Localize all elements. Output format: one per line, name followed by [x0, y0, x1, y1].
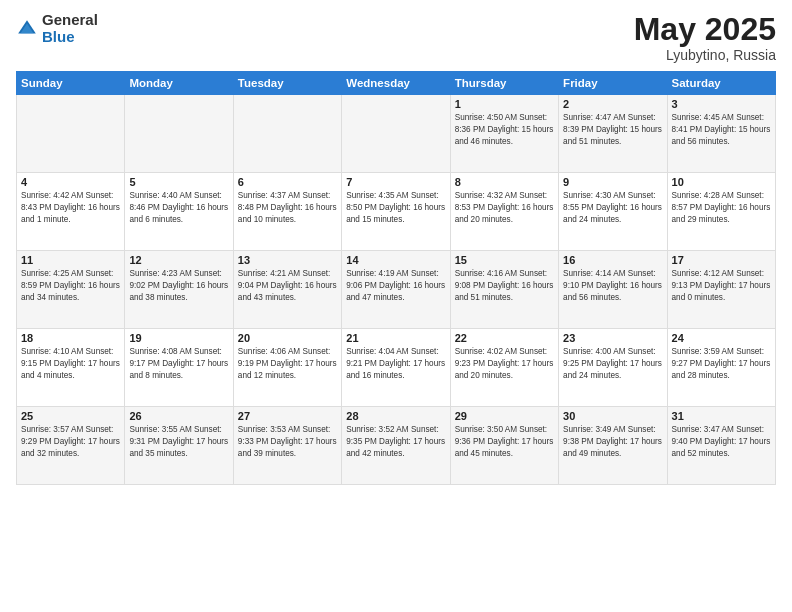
calendar-cell: 18Sunrise: 4:10 AM Sunset: 9:15 PM Dayli…	[17, 329, 125, 407]
calendar-week-row: 4Sunrise: 4:42 AM Sunset: 8:43 PM Daylig…	[17, 173, 776, 251]
day-content: Sunrise: 4:23 AM Sunset: 9:02 PM Dayligh…	[129, 268, 228, 304]
day-content: Sunrise: 4:37 AM Sunset: 8:48 PM Dayligh…	[238, 190, 337, 226]
calendar-cell: 12Sunrise: 4:23 AM Sunset: 9:02 PM Dayli…	[125, 251, 233, 329]
day-number: 16	[563, 254, 662, 266]
day-content: Sunrise: 4:40 AM Sunset: 8:46 PM Dayligh…	[129, 190, 228, 226]
day-number: 14	[346, 254, 445, 266]
day-number: 15	[455, 254, 554, 266]
logo-text: General Blue	[42, 12, 98, 45]
calendar-cell	[233, 95, 341, 173]
calendar-cell: 2Sunrise: 4:47 AM Sunset: 8:39 PM Daylig…	[559, 95, 667, 173]
calendar-cell: 3Sunrise: 4:45 AM Sunset: 8:41 PM Daylig…	[667, 95, 775, 173]
calendar-title: May 2025	[634, 12, 776, 47]
calendar-cell: 4Sunrise: 4:42 AM Sunset: 8:43 PM Daylig…	[17, 173, 125, 251]
calendar-cell: 13Sunrise: 4:21 AM Sunset: 9:04 PM Dayli…	[233, 251, 341, 329]
logo-general-text: General	[42, 12, 98, 29]
day-content: Sunrise: 4:08 AM Sunset: 9:17 PM Dayligh…	[129, 346, 228, 382]
col-saturday: Saturday	[667, 72, 775, 95]
calendar-week-row: 18Sunrise: 4:10 AM Sunset: 9:15 PM Dayli…	[17, 329, 776, 407]
calendar-cell: 31Sunrise: 3:47 AM Sunset: 9:40 PM Dayli…	[667, 407, 775, 485]
day-number: 27	[238, 410, 337, 422]
day-number: 19	[129, 332, 228, 344]
day-number: 2	[563, 98, 662, 110]
calendar-cell	[342, 95, 450, 173]
day-content: Sunrise: 3:55 AM Sunset: 9:31 PM Dayligh…	[129, 424, 228, 460]
calendar-cell	[17, 95, 125, 173]
day-content: Sunrise: 4:19 AM Sunset: 9:06 PM Dayligh…	[346, 268, 445, 304]
calendar-cell: 24Sunrise: 3:59 AM Sunset: 9:27 PM Dayli…	[667, 329, 775, 407]
calendar-cell: 15Sunrise: 4:16 AM Sunset: 9:08 PM Dayli…	[450, 251, 558, 329]
calendar-cell: 23Sunrise: 4:00 AM Sunset: 9:25 PM Dayli…	[559, 329, 667, 407]
calendar-cell: 26Sunrise: 3:55 AM Sunset: 9:31 PM Dayli…	[125, 407, 233, 485]
day-content: Sunrise: 4:35 AM Sunset: 8:50 PM Dayligh…	[346, 190, 445, 226]
calendar-header-row: Sunday Monday Tuesday Wednesday Thursday…	[17, 72, 776, 95]
col-tuesday: Tuesday	[233, 72, 341, 95]
day-content: Sunrise: 4:47 AM Sunset: 8:39 PM Dayligh…	[563, 112, 662, 148]
day-content: Sunrise: 3:59 AM Sunset: 9:27 PM Dayligh…	[672, 346, 771, 382]
calendar-cell: 6Sunrise: 4:37 AM Sunset: 8:48 PM Daylig…	[233, 173, 341, 251]
day-number: 8	[455, 176, 554, 188]
day-number: 23	[563, 332, 662, 344]
calendar-cell: 8Sunrise: 4:32 AM Sunset: 8:53 PM Daylig…	[450, 173, 558, 251]
calendar-cell: 21Sunrise: 4:04 AM Sunset: 9:21 PM Dayli…	[342, 329, 450, 407]
calendar-location: Lyubytino, Russia	[634, 47, 776, 63]
day-number: 4	[21, 176, 120, 188]
calendar-cell: 9Sunrise: 4:30 AM Sunset: 8:55 PM Daylig…	[559, 173, 667, 251]
day-content: Sunrise: 3:53 AM Sunset: 9:33 PM Dayligh…	[238, 424, 337, 460]
calendar-cell: 28Sunrise: 3:52 AM Sunset: 9:35 PM Dayli…	[342, 407, 450, 485]
col-sunday: Sunday	[17, 72, 125, 95]
day-number: 1	[455, 98, 554, 110]
calendar-cell: 17Sunrise: 4:12 AM Sunset: 9:13 PM Dayli…	[667, 251, 775, 329]
calendar-cell: 7Sunrise: 4:35 AM Sunset: 8:50 PM Daylig…	[342, 173, 450, 251]
day-number: 21	[346, 332, 445, 344]
calendar-cell: 20Sunrise: 4:06 AM Sunset: 9:19 PM Dayli…	[233, 329, 341, 407]
header: General Blue May 2025 Lyubytino, Russia	[16, 12, 776, 63]
logo: General Blue	[16, 12, 98, 45]
calendar-cell: 19Sunrise: 4:08 AM Sunset: 9:17 PM Dayli…	[125, 329, 233, 407]
day-number: 12	[129, 254, 228, 266]
day-number: 22	[455, 332, 554, 344]
day-content: Sunrise: 3:50 AM Sunset: 9:36 PM Dayligh…	[455, 424, 554, 460]
calendar-cell: 14Sunrise: 4:19 AM Sunset: 9:06 PM Dayli…	[342, 251, 450, 329]
day-number: 6	[238, 176, 337, 188]
day-content: Sunrise: 4:06 AM Sunset: 9:19 PM Dayligh…	[238, 346, 337, 382]
day-content: Sunrise: 4:30 AM Sunset: 8:55 PM Dayligh…	[563, 190, 662, 226]
calendar-week-row: 1Sunrise: 4:50 AM Sunset: 8:36 PM Daylig…	[17, 95, 776, 173]
title-block: May 2025 Lyubytino, Russia	[634, 12, 776, 63]
calendar-cell: 29Sunrise: 3:50 AM Sunset: 9:36 PM Dayli…	[450, 407, 558, 485]
day-number: 28	[346, 410, 445, 422]
day-content: Sunrise: 3:49 AM Sunset: 9:38 PM Dayligh…	[563, 424, 662, 460]
day-number: 26	[129, 410, 228, 422]
day-content: Sunrise: 4:04 AM Sunset: 9:21 PM Dayligh…	[346, 346, 445, 382]
day-number: 13	[238, 254, 337, 266]
col-thursday: Thursday	[450, 72, 558, 95]
day-content: Sunrise: 4:14 AM Sunset: 9:10 PM Dayligh…	[563, 268, 662, 304]
day-content: Sunrise: 4:21 AM Sunset: 9:04 PM Dayligh…	[238, 268, 337, 304]
col-friday: Friday	[559, 72, 667, 95]
day-number: 30	[563, 410, 662, 422]
day-content: Sunrise: 3:57 AM Sunset: 9:29 PM Dayligh…	[21, 424, 120, 460]
day-number: 3	[672, 98, 771, 110]
calendar-cell: 10Sunrise: 4:28 AM Sunset: 8:57 PM Dayli…	[667, 173, 775, 251]
calendar-cell: 27Sunrise: 3:53 AM Sunset: 9:33 PM Dayli…	[233, 407, 341, 485]
calendar-week-row: 11Sunrise: 4:25 AM Sunset: 8:59 PM Dayli…	[17, 251, 776, 329]
day-content: Sunrise: 4:16 AM Sunset: 9:08 PM Dayligh…	[455, 268, 554, 304]
calendar-cell	[125, 95, 233, 173]
calendar-week-row: 25Sunrise: 3:57 AM Sunset: 9:29 PM Dayli…	[17, 407, 776, 485]
day-number: 5	[129, 176, 228, 188]
day-number: 31	[672, 410, 771, 422]
day-number: 20	[238, 332, 337, 344]
calendar-cell: 25Sunrise: 3:57 AM Sunset: 9:29 PM Dayli…	[17, 407, 125, 485]
day-content: Sunrise: 3:47 AM Sunset: 9:40 PM Dayligh…	[672, 424, 771, 460]
calendar-cell: 16Sunrise: 4:14 AM Sunset: 9:10 PM Dayli…	[559, 251, 667, 329]
day-content: Sunrise: 4:50 AM Sunset: 8:36 PM Dayligh…	[455, 112, 554, 148]
calendar-cell: 1Sunrise: 4:50 AM Sunset: 8:36 PM Daylig…	[450, 95, 558, 173]
day-content: Sunrise: 4:02 AM Sunset: 9:23 PM Dayligh…	[455, 346, 554, 382]
logo-blue-text: Blue	[42, 29, 98, 46]
day-content: Sunrise: 4:00 AM Sunset: 9:25 PM Dayligh…	[563, 346, 662, 382]
day-content: Sunrise: 4:42 AM Sunset: 8:43 PM Dayligh…	[21, 190, 120, 226]
day-number: 24	[672, 332, 771, 344]
day-number: 7	[346, 176, 445, 188]
calendar-cell: 22Sunrise: 4:02 AM Sunset: 9:23 PM Dayli…	[450, 329, 558, 407]
day-content: Sunrise: 4:45 AM Sunset: 8:41 PM Dayligh…	[672, 112, 771, 148]
